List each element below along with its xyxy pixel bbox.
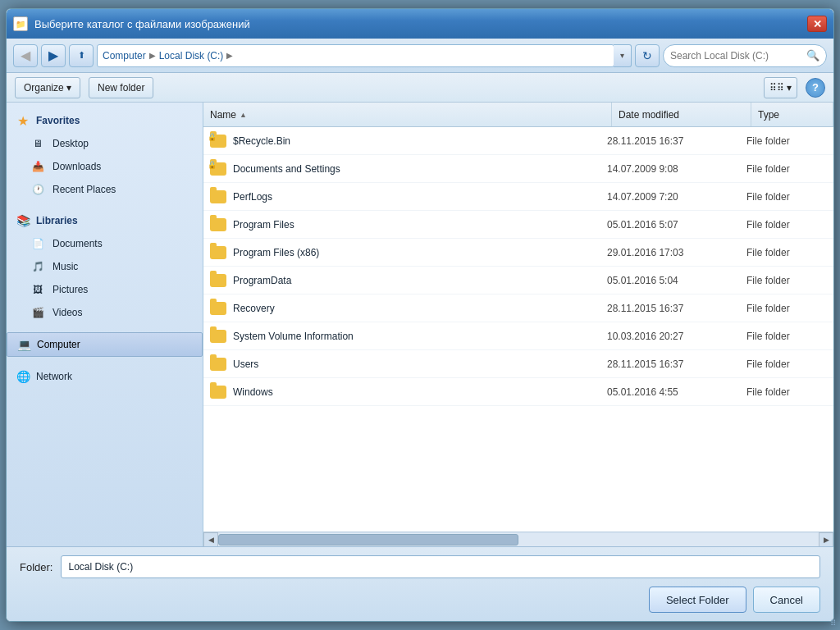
favorites-icon: ★ (15, 112, 31, 129)
refresh-button[interactable]: ↻ (635, 44, 660, 67)
col-header-date[interactable]: Date modified (612, 103, 751, 126)
search-input[interactable] (670, 50, 803, 62)
title-bar-text: Выберите каталог с файлами изображений (34, 18, 801, 30)
file-list-header: Name ▲ Date modified Type (203, 103, 833, 127)
h-scroll-left-btn[interactable]: ◀ (203, 532, 218, 547)
resize-grip[interactable]: ⠿ (827, 617, 834, 622)
table-row[interactable]: PerfLogs14.07.2009 7:20File folder (203, 183, 833, 211)
file-type: File folder (746, 135, 829, 147)
col-header-name[interactable]: Name ▲ (203, 103, 612, 126)
organize-button[interactable]: Organize ▾ (15, 77, 80, 98)
downloads-label: Downloads (52, 161, 101, 172)
table-row[interactable]: System Volume Information10.03.2016 20:2… (203, 322, 833, 350)
sidebar-item-videos[interactable]: 🎬 Videos (7, 301, 203, 324)
col-type-label: Type (758, 109, 779, 121)
search-box: 🔍 (663, 44, 827, 67)
table-row[interactable]: Program Files (x86)29.01.2016 17:03File … (203, 239, 833, 267)
network-label: Network (36, 371, 72, 382)
file-date: 05.01.2016 5:04 (607, 275, 746, 286)
file-name: System Volume Information (233, 331, 607, 342)
folder-icon: 🔒 (208, 159, 228, 179)
libraries-icon: 📚 (15, 212, 31, 229)
sidebar-item-downloads[interactable]: 📥 Downloads (7, 155, 203, 178)
file-type: File folder (746, 386, 829, 398)
favorites-label: Favorites (36, 115, 80, 126)
documents-label: Documents (52, 238, 103, 249)
select-folder-button[interactable]: Select Folder (649, 587, 746, 613)
table-row[interactable]: Users28.11.2015 16:37File folder (203, 350, 833, 378)
close-button[interactable]: ✕ (807, 16, 827, 32)
sidebar-item-music[interactable]: 🎵 Music (7, 255, 203, 278)
up-button[interactable]: ⬆ (69, 44, 94, 67)
folder-input[interactable] (61, 555, 820, 578)
file-type: File folder (746, 247, 829, 258)
videos-icon: 🎬 (30, 304, 46, 321)
back-button[interactable]: ◀ (13, 44, 38, 67)
folder-row: Folder: (20, 555, 820, 578)
bottom-bar: Folder: Select Folder Cancel (7, 546, 833, 621)
right-panel: Name ▲ Date modified Type 🔒$Recycle.Bin2… (203, 103, 833, 546)
table-row[interactable]: 🔒$Recycle.Bin28.11.2015 16:37File folder (203, 127, 833, 155)
file-name: Program Files (233, 219, 607, 231)
file-name: Windows (233, 386, 607, 398)
breadcrumb-localdisk: Local Disk (C:) (159, 50, 224, 62)
command-bar: Organize ▾ New folder ⠿⠿ ▾ ? (7, 73, 833, 103)
table-row[interactable]: ProgramData05.01.2016 5:04File folder (203, 267, 833, 294)
breadcrumb[interactable]: Computer ▶ Local Disk (C:) ▶ (97, 44, 614, 67)
pictures-icon: 🖼 (30, 281, 46, 298)
table-row[interactable]: Recovery28.11.2015 16:37File folder (203, 294, 833, 322)
sort-arrow: ▲ (240, 111, 247, 119)
col-header-type[interactable]: Type (751, 103, 833, 126)
help-button[interactable]: ? (806, 78, 825, 98)
sidebar-item-recent[interactable]: 🕐 Recent Places (7, 178, 203, 201)
forward-button[interactable]: ▶ (41, 44, 66, 67)
breadcrumb-sep2: ▶ (226, 51, 233, 60)
sidebar-item-computer[interactable]: 💻 Computer (7, 332, 203, 357)
file-name: $Recycle.Bin (233, 135, 607, 147)
lock-icon: 🔒 (208, 133, 217, 141)
file-date: 28.11.2015 16:37 (607, 358, 746, 370)
cancel-button[interactable]: Cancel (753, 587, 820, 613)
action-row: Select Folder Cancel (20, 587, 820, 613)
network-icon: 🌐 (15, 368, 31, 385)
file-name: Program Files (x86) (233, 247, 607, 258)
left-panel-scroll: ★ Favorites 🖥 Desktop 📥 Downloads 🕐 Rece… (7, 103, 203, 546)
h-scroll-thumb[interactable] (218, 534, 518, 546)
sidebar-item-network[interactable]: 🌐 Network (7, 365, 203, 388)
table-row[interactable]: Program Files05.01.2016 5:07File folder (203, 211, 833, 239)
folder-icon (208, 299, 228, 318)
breadcrumb-sep1: ▶ (149, 51, 156, 60)
sidebar-item-desktop[interactable]: 🖥 Desktop (7, 132, 203, 155)
pictures-label: Pictures (52, 284, 88, 295)
h-scroll-track[interactable] (218, 532, 819, 547)
file-name: PerfLogs (233, 191, 607, 203)
breadcrumb-dropdown[interactable]: ▾ (614, 44, 632, 67)
table-row[interactable]: Windows05.01.2016 4:55File folder (203, 378, 833, 406)
computer-label: Computer (37, 339, 80, 350)
sidebar-item-pictures[interactable]: 🖼 Pictures (7, 278, 203, 301)
view-icon: ⠿⠿ (769, 82, 784, 94)
file-name: ProgramData (233, 275, 607, 286)
title-bar: 📁 Выберите каталог с файлами изображений… (7, 9, 833, 39)
file-name: Users (233, 358, 607, 370)
file-type: File folder (746, 358, 829, 370)
new-folder-button[interactable]: New folder (89, 77, 153, 98)
folder-icon (208, 354, 228, 374)
col-date-label: Date modified (619, 109, 679, 121)
h-scroll-right-btn[interactable]: ▶ (819, 532, 833, 547)
view-button[interactable]: ⠿⠿ ▾ (764, 77, 797, 98)
recent-icon: 🕐 (30, 181, 46, 198)
file-date: 29.01.2016 17:03 (607, 247, 746, 258)
folder-icon (208, 271, 228, 290)
sidebar-item-documents[interactable]: 📄 Documents (7, 232, 203, 255)
file-type: File folder (746, 303, 829, 314)
folder-label: Folder: (20, 561, 52, 573)
table-row[interactable]: 🔒Documents and Settings14.07.2009 9:08Fi… (203, 155, 833, 183)
folder-icon: 🔒 (208, 131, 228, 151)
file-type: File folder (746, 275, 829, 286)
h-scroll-area[interactable]: ◀ ▶ (203, 532, 833, 546)
file-list: 🔒$Recycle.Bin28.11.2015 16:37File folder… (203, 127, 833, 532)
main-content: ★ Favorites 🖥 Desktop 📥 Downloads 🕐 Rece… (7, 103, 833, 546)
search-icon: 🔍 (806, 49, 819, 62)
file-date: 14.07.2009 7:20 (607, 191, 746, 203)
